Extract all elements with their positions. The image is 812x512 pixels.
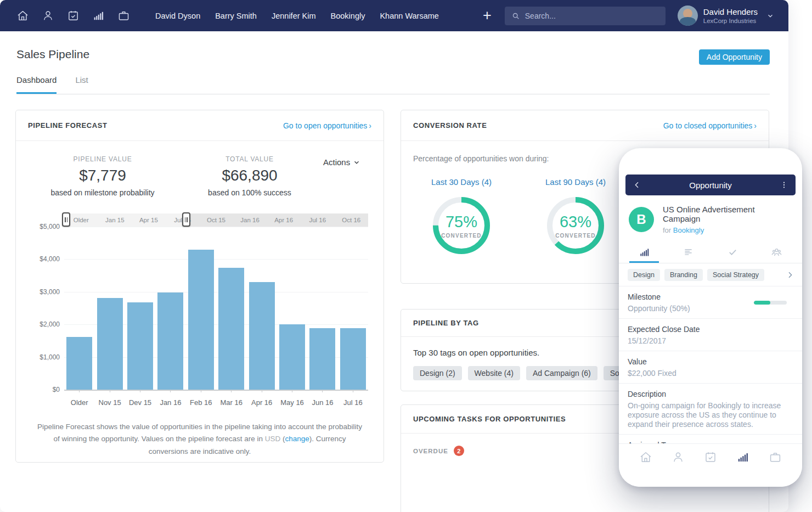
description-field: Description On-going campaign for Bookin… <box>619 384 802 435</box>
tag-pill[interactable]: Design (2) <box>413 366 462 380</box>
bar-chart-plot: $5,000$4,000$3,000$2,000$1,000$0 <box>64 227 368 390</box>
chevron-right-icon[interactable] <box>786 271 794 279</box>
tasks-title: UPCOMING TASKS FOR OPPORTUNITIES <box>413 415 566 423</box>
home-icon[interactable] <box>16 9 29 22</box>
company-link[interactable]: Bookingly <box>673 226 704 234</box>
check-icon <box>727 246 738 258</box>
notes-icon <box>683 246 694 258</box>
calendar-icon[interactable] <box>67 9 80 22</box>
phone-tab-notes[interactable] <box>667 241 711 263</box>
back-icon[interactable] <box>633 181 641 189</box>
opportunity-summary: B US Online Advertisement Campaign for B… <box>619 195 802 241</box>
forecast-bar <box>218 268 244 390</box>
topbar: David Dyson Barry Smith Jennifer Kim Boo… <box>0 0 788 31</box>
donut-group: Last 90 Days (4)63%CONVERTED <box>518 177 633 256</box>
phone-title: Opportunity <box>689 181 732 190</box>
opportunity-name: US Online Advertisement Campaign <box>663 205 793 223</box>
phone-bottom-nav <box>619 443 802 487</box>
cases-icon[interactable] <box>117 9 130 22</box>
avatar <box>678 5 698 26</box>
change-currency-link[interactable]: change <box>285 435 309 443</box>
phone-tag-pill: Design <box>628 269 660 281</box>
tag-pill[interactable]: Website (4) <box>468 366 520 380</box>
search-box[interactable] <box>505 7 666 25</box>
phone-nav-pipeline[interactable] <box>726 451 759 464</box>
shortcut-bookingly[interactable]: Bookingly <box>331 12 365 20</box>
company-initial-avatar: B <box>629 207 654 232</box>
slider-label: Jul 16 <box>301 213 335 227</box>
date-range-slider[interactable]: OlderJan 15Apr 15Jul 15Oct 15Jan 16Apr 1… <box>64 213 368 227</box>
people-icon <box>771 246 782 258</box>
forecast-bar <box>127 302 153 390</box>
x-axis-labels: OlderNov 15Dev 15Jan 16Feb 16Mar 16Apr 1… <box>64 390 368 407</box>
shortcut-khann-warsame[interactable]: Khann Warsame <box>380 12 438 20</box>
slider-label: Jan 15 <box>98 213 132 227</box>
x-axis-label: Older <box>64 398 94 407</box>
overdue-label: OVERDUE <box>413 448 448 454</box>
stage: David Dyson Barry Smith Jennifer Kim Boo… <box>0 0 812 512</box>
currency-code: USD <box>265 435 281 443</box>
user-menu[interactable]: David Henders LexCorp Industries <box>678 5 774 26</box>
x-axis-label: Mar 16 <box>216 398 246 407</box>
forecast-bar <box>157 292 183 390</box>
tags-title: PIPELINE BY TAG <box>413 319 479 327</box>
milestone-field: Milestone Opportunity (50%) <box>619 286 802 319</box>
shortcut-jennifer-kim[interactable]: Jennifer Kim <box>272 12 316 20</box>
forecast-bar <box>249 282 275 390</box>
y-axis-label: $1,000 <box>31 353 60 361</box>
x-axis-label: Apr 16 <box>246 398 277 407</box>
pipeline-value-stat: PIPELINE VALUE $7,779 based on milestone… <box>29 155 176 197</box>
briefcase-icon <box>769 451 782 464</box>
slider-label: Apr 16 <box>267 213 301 227</box>
home-icon <box>639 451 652 464</box>
chevron-down-icon[interactable] <box>766 12 774 20</box>
phone-tab-tasks[interactable] <box>710 241 755 263</box>
tag-pill[interactable]: Ad Campaign (6) <box>526 366 597 380</box>
open-opportunities-link[interactable]: Go to open opportunities› <box>283 121 371 130</box>
add-icon[interactable]: + <box>483 8 492 23</box>
phone-tab-people[interactable] <box>755 241 799 263</box>
phone-header: Opportunity <box>625 175 796 195</box>
expected-close-date-field: Expected Close Date 15/12/2017 <box>619 319 802 351</box>
actions-dropdown[interactable]: Actions <box>323 157 370 167</box>
donut-period-label[interactable]: Last 30 Days (4) <box>404 177 518 187</box>
donut-caption: CONVERTED <box>555 233 596 239</box>
kebab-menu-icon[interactable] <box>780 181 788 189</box>
gridline <box>64 390 368 391</box>
search-input[interactable] <box>525 12 659 20</box>
donut-group: Last 30 Days (4)75%CONVERTED <box>404 177 518 256</box>
phone-tab-stats[interactable] <box>622 241 667 263</box>
y-axis-label: $5,000 <box>31 223 60 230</box>
phone-tags-row[interactable]: DesignBrandingSocial Strategy <box>619 263 802 286</box>
user-org: LexCorp Industries <box>703 18 758 24</box>
slider-handle-left[interactable] <box>62 212 70 227</box>
slider-label: Oct 15 <box>199 213 233 227</box>
phone-nav-cases[interactable] <box>759 451 791 464</box>
forecast-chart: OlderJan 15Apr 15Jul 15Oct 15Jan 16Apr 1… <box>31 213 368 407</box>
phone-nav-contacts[interactable] <box>662 451 695 464</box>
slider-labels: OlderJan 15Apr 15Jul 15Oct 15Jan 16Apr 1… <box>64 213 368 227</box>
stats-icon <box>639 246 650 258</box>
donut-period-label[interactable]: Last 90 Days (4) <box>518 177 633 187</box>
contacts-icon[interactable] <box>42 9 54 22</box>
tab-list[interactable]: List <box>75 75 88 94</box>
phone-nav-calendar[interactable] <box>695 451 727 464</box>
tab-dashboard[interactable]: Dashboard <box>16 75 57 94</box>
x-axis-label: Jun 16 <box>307 398 337 407</box>
sales-pipeline-icon[interactable] <box>92 9 105 22</box>
shortcut-david-dyson[interactable]: David Dyson <box>155 12 200 20</box>
slider-label: Jan 16 <box>233 213 267 227</box>
slider-handle-right[interactable] <box>182 212 190 227</box>
closed-opportunities-link[interactable]: Go to closed opportunities› <box>663 121 757 130</box>
add-opportunity-button[interactable]: Add Opportunity <box>699 49 770 65</box>
total-value-stat: TOTAL VALUE $66,890 based on 100% succes… <box>176 155 323 197</box>
shortcut-barry-smith[interactable]: Barry Smith <box>215 12 257 20</box>
forecast-title: PIPELINE FORECAST <box>28 121 108 130</box>
pipeline-forecast-card: PIPELINE FORECAST Go to open opportuniti… <box>15 110 384 463</box>
forecast-bar <box>279 324 305 390</box>
y-axis-label: $0 <box>31 386 60 393</box>
phone-nav-home[interactable] <box>630 451 662 464</box>
forecast-bar <box>309 328 335 390</box>
page-header: Sales Pipeline Add Opportunity Dashboard… <box>0 31 788 94</box>
x-axis-label: Jan 16 <box>155 398 185 407</box>
